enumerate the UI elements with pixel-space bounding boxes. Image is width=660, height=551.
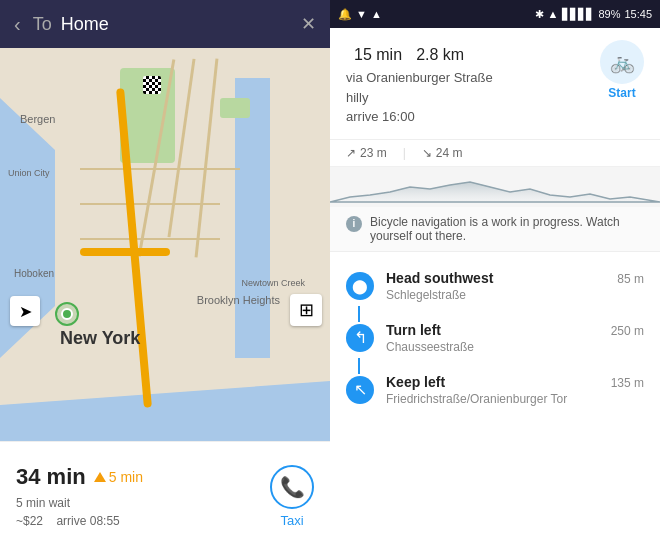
status-bar: 🔔 ▼ ▲ ✱ ▲ ▋▋▋▋ 89% 15:45 — [330, 0, 660, 28]
left-panel: ‹ To Home ✕ — [0, 0, 330, 551]
turn-left-icon: ↰ — [354, 328, 367, 347]
cost-label: ~$22 — [16, 514, 43, 528]
direction-street-2: Friedrichstraße/Oranienburger Tor — [386, 392, 599, 406]
right-panel: 🔔 ▼ ▲ ✱ ▲ ▋▋▋▋ 89% 15:45 15 min 2.8 km v… — [330, 0, 660, 551]
road-horizontal-2 — [80, 203, 220, 205]
clock: 15:45 — [624, 8, 652, 20]
elevation-down: ↘ 24 m — [422, 146, 463, 160]
direction-content-0: Head southwest Schlegelstraße — [386, 270, 605, 302]
elevation-down-value: 24 m — [436, 146, 463, 160]
via-road: via Oranienburger Straße — [346, 68, 493, 88]
phone-icon: 📞 — [280, 475, 305, 499]
close-button[interactable]: ✕ — [301, 13, 316, 35]
summary-distance: 2.8 km — [416, 46, 464, 63]
summary-via: via Oranienburger Straße hilly arrive 16… — [346, 68, 493, 127]
summary-info: 15 min 2.8 km via Oranienburger Straße h… — [346, 40, 493, 127]
taxi-button[interactable]: 📞 Taxi — [270, 465, 314, 528]
manhattan-label: New York — [60, 328, 140, 349]
start-label: Start — [608, 86, 635, 100]
elevation-up: ↗ 23 m — [346, 146, 387, 160]
direction-street-0: Schlegelstraße — [386, 288, 605, 302]
battery-level: 89% — [598, 8, 620, 20]
layers-button[interactable]: ⊞ — [290, 294, 322, 326]
small-park — [220, 98, 250, 118]
notification-icon: 🔔 — [338, 8, 352, 21]
direction-distance-0: 85 m — [617, 272, 644, 286]
start-navigation-button[interactable]: 🚲 Start — [600, 40, 644, 100]
header-title: To Home — [33, 14, 301, 35]
road-horizontal-3 — [80, 238, 220, 240]
road-horizontal-1 — [80, 168, 240, 170]
header-prefix: To — [33, 14, 52, 34]
signal-bars: ▋▋▋▋ — [562, 8, 594, 21]
road-8th-ave — [195, 58, 219, 257]
newtown-label: Newtown Creek — [241, 278, 305, 288]
keep-left-icon: ↖ — [354, 380, 367, 399]
directions-list: ⬤ Head southwest Schlegelstraße 85 m ↰ T… — [330, 252, 660, 552]
arrive-label: arrive 08:55 — [56, 514, 119, 528]
cost-arrive-info: ~$22 arrive 08:55 — [16, 512, 143, 530]
terrain-info: hilly — [346, 88, 493, 108]
map-container: Bergen Union City New York Hoboken Brook… — [0, 48, 330, 441]
uphill-icon: ↗ — [346, 146, 356, 160]
downhill-icon: ↘ — [422, 146, 432, 160]
wait-info: 5 min wait — [16, 494, 143, 512]
taxi-label: Taxi — [280, 513, 303, 528]
brooklyn-label: Brooklyn Heights — [197, 294, 280, 306]
header-destination: Home — [61, 14, 109, 34]
route-duration: 34 min — [16, 464, 86, 490]
bergen-label: Bergen — [20, 113, 55, 125]
direction-icon-1: ↰ — [346, 324, 374, 352]
signal-icon: ▼ — [356, 8, 367, 20]
bottom-info-bar: 34 min 5 min 5 min wait ~$22 arrive 08:5… — [0, 441, 330, 551]
info-icon: i — [346, 216, 362, 232]
warning-banner: i Bicycle navigation is a work in progre… — [330, 207, 660, 252]
warning-text: Bicycle navigation is a work in progress… — [370, 215, 644, 243]
direction-distance-1: 250 m — [611, 324, 644, 338]
union-city-label: Union City — [8, 168, 50, 178]
status-right: ✱ ▲ ▋▋▋▋ 89% 15:45 — [535, 8, 652, 21]
elevation-chart — [330, 167, 660, 207]
route-time-row: 34 min 5 min — [16, 464, 143, 490]
bicycle-icon: 🚲 — [600, 40, 644, 84]
delay-badge: 5 min — [94, 469, 143, 485]
route-info: 34 min 5 min 5 min wait ~$22 arrive 08:5… — [16, 464, 143, 530]
navigate-icon[interactable]: ➤ — [10, 296, 40, 326]
current-location-marker — [55, 302, 79, 326]
direction-content-2: Keep left Friedrichstraße/Oranienburger … — [386, 374, 599, 406]
direction-action-1: Turn left — [386, 322, 599, 338]
layers-icon: ⊞ — [299, 299, 314, 321]
taxi-icon: 📞 — [270, 465, 314, 509]
direction-action-0: Head southwest — [386, 270, 605, 286]
arrival-time: arrive 16:00 — [346, 107, 493, 127]
elevation-stats: ↗ 23 m | ↘ 24 m — [330, 140, 660, 167]
hoboken-label: Hoboken — [14, 268, 54, 279]
direction-street-1: Chausseestraße — [386, 340, 599, 354]
destination-flag — [143, 76, 161, 94]
direction-item: ↰ Turn left Chausseestraße 250 m — [330, 312, 660, 364]
summary-duration-distance: 15 min 2.8 km — [346, 40, 493, 66]
head-southwest-icon: ⬤ — [352, 278, 368, 294]
wifi-icon: ▲ — [548, 8, 559, 20]
map-background[interactable]: Bergen Union City New York Hoboken Brook… — [0, 48, 330, 441]
direction-item: ⬤ Head southwest Schlegelstraße 85 m — [330, 260, 660, 312]
direction-icon-0: ⬤ — [346, 272, 374, 300]
delay-triangle-icon — [94, 472, 106, 482]
bike-symbol: 🚲 — [610, 50, 635, 74]
elevation-svg — [330, 167, 660, 207]
route-details: 5 min wait ~$22 arrive 08:55 — [16, 494, 143, 530]
location-inner-dot — [61, 308, 73, 320]
direction-item: ↖ Keep left Friedrichstraße/Oranienburge… — [330, 364, 660, 416]
status-left: 🔔 ▼ ▲ — [338, 8, 382, 21]
elevation-divider: | — [403, 146, 406, 160]
route-summary: 15 min 2.8 km via Oranienburger Straße h… — [330, 28, 660, 140]
east-river — [235, 78, 270, 358]
bluetooth-icon: ✱ — [535, 8, 544, 21]
direction-icon-2: ↖ — [346, 376, 374, 404]
elevation-up-value: 23 m — [360, 146, 387, 160]
route-path-horizontal — [80, 248, 170, 256]
summary-duration: 15 min — [354, 46, 402, 63]
back-button[interactable]: ‹ — [14, 13, 21, 36]
lower-bay — [0, 381, 330, 441]
direction-content-1: Turn left Chausseestraße — [386, 322, 599, 354]
